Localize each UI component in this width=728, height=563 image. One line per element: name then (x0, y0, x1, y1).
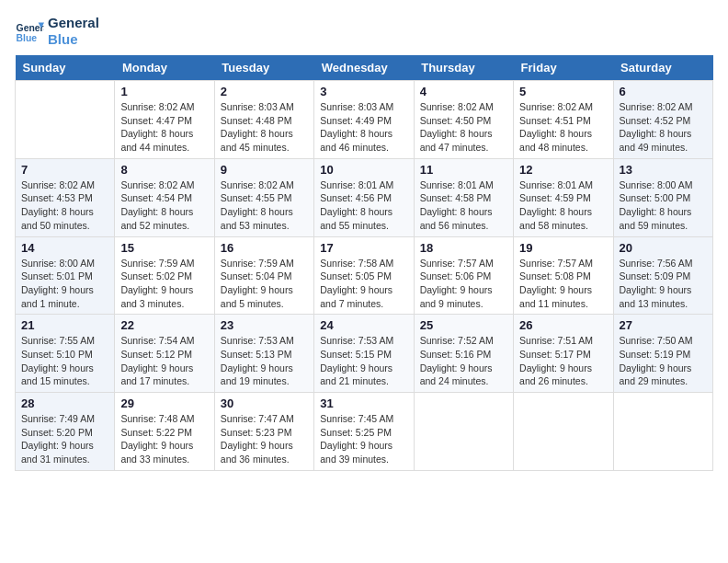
page-header: General Blue General Blue (15, 15, 713, 48)
day-info: Sunrise: 7:57 AMSunset: 5:08 PMDaylight:… (519, 257, 607, 311)
day-info: Sunrise: 7:53 AMSunset: 5:13 PMDaylight:… (221, 334, 308, 388)
day-info: Sunrise: 8:02 AMSunset: 4:53 PMDaylight:… (21, 178, 108, 233)
day-info: Sunrise: 8:03 AMSunset: 4:48 PMDaylight:… (221, 100, 308, 155)
calendar-cell: 12Sunrise: 8:01 AMSunset: 4:59 PMDayligh… (514, 158, 613, 236)
calendar-cell: 30Sunrise: 7:47 AMSunset: 5:23 PMDayligh… (214, 393, 313, 471)
day-info: Sunrise: 7:59 AMSunset: 5:04 PMDaylight:… (221, 257, 308, 311)
day-info: Sunrise: 7:54 AMSunset: 5:12 PMDaylight:… (120, 334, 208, 388)
calendar-cell: 23Sunrise: 7:53 AMSunset: 5:13 PMDayligh… (214, 315, 313, 393)
calendar-cell (514, 393, 613, 471)
day-info: Sunrise: 8:02 AMSunset: 4:47 PMDaylight:… (120, 100, 208, 155)
calendar-cell: 22Sunrise: 7:54 AMSunset: 5:12 PMDayligh… (115, 315, 214, 393)
day-info: Sunrise: 7:59 AMSunset: 5:02 PMDaylight:… (120, 257, 208, 311)
calendar-cell: 7Sunrise: 8:02 AMSunset: 4:53 PMDaylight… (16, 158, 115, 236)
day-info: Sunrise: 8:01 AMSunset: 4:58 PMDaylight:… (420, 178, 507, 233)
calendar-cell: 24Sunrise: 7:53 AMSunset: 5:15 PMDayligh… (314, 315, 414, 393)
calendar-cell: 11Sunrise: 8:01 AMSunset: 4:58 PMDayligh… (414, 158, 513, 236)
calendar-cell: 6Sunrise: 8:02 AMSunset: 4:52 PMDaylight… (613, 81, 712, 159)
calendar-cell: 27Sunrise: 7:50 AMSunset: 5:19 PMDayligh… (613, 315, 712, 393)
calendar-cell: 31Sunrise: 7:45 AMSunset: 5:25 PMDayligh… (314, 393, 414, 471)
day-header-friday: Friday (514, 55, 613, 81)
calendar-cell: 20Sunrise: 7:56 AMSunset: 5:09 PMDayligh… (613, 236, 712, 315)
calendar-cell: 5Sunrise: 8:02 AMSunset: 4:51 PMDaylight… (514, 81, 613, 159)
day-header-monday: Monday (115, 55, 214, 81)
calendar-cell: 14Sunrise: 8:00 AMSunset: 5:01 PMDayligh… (16, 236, 115, 315)
calendar-cell: 26Sunrise: 7:51 AMSunset: 5:17 PMDayligh… (514, 315, 613, 393)
day-info: Sunrise: 7:53 AMSunset: 5:15 PMDaylight:… (320, 334, 407, 388)
day-info: Sunrise: 7:58 AMSunset: 5:05 PMDaylight:… (320, 257, 407, 311)
day-number: 13 (620, 163, 707, 177)
logo: General Blue General Blue (15, 15, 99, 48)
week-row-3: 14Sunrise: 8:00 AMSunset: 5:01 PMDayligh… (16, 236, 713, 315)
day-header-wednesday: Wednesday (314, 55, 414, 81)
day-number: 6 (620, 85, 707, 98)
day-info: Sunrise: 8:03 AMSunset: 4:49 PMDaylight:… (320, 100, 407, 155)
day-info: Sunrise: 7:55 AMSunset: 5:10 PMDaylight:… (21, 334, 108, 388)
day-info: Sunrise: 7:48 AMSunset: 5:22 PMDaylight:… (120, 412, 208, 466)
day-number: 5 (519, 85, 607, 98)
day-number: 21 (21, 318, 108, 332)
calendar-cell: 17Sunrise: 7:58 AMSunset: 5:05 PMDayligh… (314, 236, 414, 315)
calendar-cell: 10Sunrise: 8:01 AMSunset: 4:56 PMDayligh… (314, 158, 414, 236)
day-info: Sunrise: 8:02 AMSunset: 4:50 PMDaylight:… (420, 100, 507, 155)
day-number: 15 (120, 241, 208, 255)
calendar-cell: 13Sunrise: 8:00 AMSunset: 5:00 PMDayligh… (613, 158, 712, 236)
day-number: 25 (420, 318, 507, 332)
day-header-sunday: Sunday (16, 55, 115, 81)
calendar-cell: 25Sunrise: 7:52 AMSunset: 5:16 PMDayligh… (414, 315, 513, 393)
day-info: Sunrise: 8:00 AMSunset: 5:00 PMDaylight:… (620, 178, 707, 233)
day-number: 27 (620, 318, 707, 332)
day-number: 11 (420, 163, 507, 177)
day-number: 31 (320, 396, 407, 410)
day-header-saturday: Saturday (613, 55, 712, 81)
day-number: 22 (120, 318, 208, 332)
day-number: 14 (21, 241, 108, 255)
week-row-5: 28Sunrise: 7:49 AMSunset: 5:20 PMDayligh… (16, 393, 713, 471)
day-info: Sunrise: 8:00 AMSunset: 5:01 PMDaylight:… (21, 257, 108, 311)
day-info: Sunrise: 8:02 AMSunset: 4:52 PMDaylight:… (620, 100, 707, 155)
calendar-cell: 21Sunrise: 7:55 AMSunset: 5:10 PMDayligh… (16, 315, 115, 393)
day-info: Sunrise: 7:47 AMSunset: 5:23 PMDaylight:… (221, 412, 308, 466)
day-header-tuesday: Tuesday (214, 55, 313, 81)
day-number: 7 (21, 163, 108, 177)
week-row-4: 21Sunrise: 7:55 AMSunset: 5:10 PMDayligh… (16, 315, 713, 393)
day-number: 12 (519, 163, 607, 177)
calendar-cell: 3Sunrise: 8:03 AMSunset: 4:49 PMDaylight… (314, 81, 414, 159)
week-row-2: 7Sunrise: 8:02 AMSunset: 4:53 PMDaylight… (16, 158, 713, 236)
calendar-cell: 15Sunrise: 7:59 AMSunset: 5:02 PMDayligh… (115, 236, 214, 315)
day-number: 28 (21, 396, 108, 410)
day-info: Sunrise: 7:56 AMSunset: 5:09 PMDaylight:… (620, 257, 707, 311)
day-info: Sunrise: 7:45 AMSunset: 5:25 PMDaylight:… (320, 412, 407, 466)
calendar-cell: 4Sunrise: 8:02 AMSunset: 4:50 PMDaylight… (414, 81, 513, 159)
calendar-cell: 1Sunrise: 8:02 AMSunset: 4:47 PMDaylight… (115, 81, 214, 159)
day-info: Sunrise: 7:57 AMSunset: 5:06 PMDaylight:… (420, 257, 507, 311)
day-number: 17 (320, 241, 407, 255)
calendar-table: SundayMondayTuesdayWednesdayThursdayFrid… (15, 55, 713, 471)
day-info: Sunrise: 8:01 AMSunset: 4:59 PMDaylight:… (519, 178, 607, 233)
day-number: 23 (221, 318, 308, 332)
week-row-1: 1Sunrise: 8:02 AMSunset: 4:47 PMDaylight… (16, 81, 713, 159)
day-info: Sunrise: 7:52 AMSunset: 5:16 PMDaylight:… (420, 334, 507, 388)
logo-icon: General Blue (15, 17, 44, 46)
day-number: 29 (120, 396, 208, 410)
day-info: Sunrise: 7:51 AMSunset: 5:17 PMDaylight:… (519, 334, 607, 388)
calendar-cell: 16Sunrise: 7:59 AMSunset: 5:04 PMDayligh… (214, 236, 313, 315)
day-info: Sunrise: 7:50 AMSunset: 5:19 PMDaylight:… (620, 334, 707, 388)
day-info: Sunrise: 7:49 AMSunset: 5:20 PMDaylight:… (21, 412, 108, 466)
calendar-cell: 28Sunrise: 7:49 AMSunset: 5:20 PMDayligh… (16, 393, 115, 471)
day-header-thursday: Thursday (414, 55, 513, 81)
calendar-cell: 2Sunrise: 8:03 AMSunset: 4:48 PMDaylight… (214, 81, 313, 159)
logo-text-general: General (48, 15, 99, 31)
calendar-cell (414, 393, 513, 471)
day-info: Sunrise: 8:02 AMSunset: 4:54 PMDaylight:… (120, 178, 208, 233)
calendar-cell (613, 393, 712, 471)
day-number: 9 (221, 163, 308, 177)
day-number: 4 (420, 85, 507, 98)
calendar-cell: 9Sunrise: 8:02 AMSunset: 4:55 PMDaylight… (214, 158, 313, 236)
day-info: Sunrise: 8:02 AMSunset: 4:55 PMDaylight:… (221, 178, 308, 233)
day-number: 20 (620, 241, 707, 255)
calendar-cell: 8Sunrise: 8:02 AMSunset: 4:54 PMDaylight… (115, 158, 214, 236)
day-number: 8 (120, 163, 208, 177)
logo-text-blue: Blue (48, 31, 99, 48)
calendar-cell (16, 81, 115, 159)
